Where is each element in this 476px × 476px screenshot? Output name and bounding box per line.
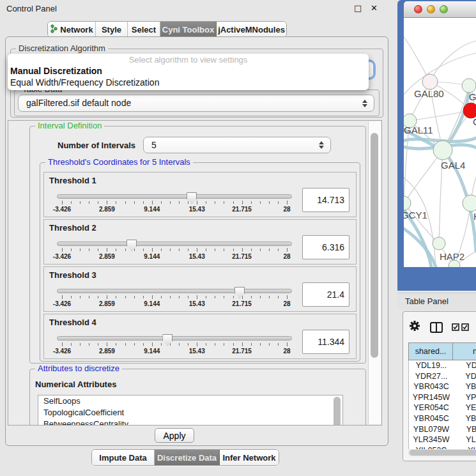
table-cell[interactable]: YDR27...	[409, 371, 454, 382]
threshold-value-field[interactable]: 6.316	[302, 235, 349, 259]
table-cell[interactable]: YER054C	[409, 403, 454, 413]
table-hscrollbar[interactable]	[408, 449, 476, 456]
threshold-slider[interactable]: -3.4262.8599.14415.4321.71528	[57, 190, 292, 216]
threshold-value-field[interactable]: 14.713	[302, 188, 349, 212]
settings-scrollbar[interactable]	[368, 121, 381, 424]
slider-tick	[179, 296, 180, 298]
table-cell[interactable]: YLR345W	[409, 434, 454, 445]
threshold-slider[interactable]: -3.4262.8599.14415.4321.71528	[57, 238, 292, 263]
table-row[interactable]: YLR345WYLR3	[409, 434, 476, 445]
slider-tick	[89, 296, 89, 298]
network-node-h[interactable]: H	[463, 195, 476, 222]
slider-handle[interactable]	[127, 240, 137, 251]
table-cell[interactable]: YDL1	[454, 360, 476, 371]
slider-tick	[260, 296, 261, 298]
threshold-slider[interactable]: -3.4262.8599.14415.4321.71528	[57, 285, 292, 311]
slider-tick	[71, 296, 72, 298]
tab-infer-network[interactable]: Infer Network	[220, 450, 279, 465]
slider-track[interactable]	[57, 289, 292, 293]
gear-icon[interactable]	[408, 319, 421, 335]
table-cell[interactable]: YDL19...	[409, 360, 454, 371]
table-row[interactable]: YBL079WYBL0	[409, 424, 476, 435]
slider-tick	[107, 248, 107, 252]
list-scrollbar[interactable]	[333, 397, 341, 426]
table-cell[interactable]: YDR2	[454, 371, 476, 382]
slider-tick	[116, 296, 116, 298]
table-cell[interactable]: YBL079W	[409, 424, 454, 435]
table-cell[interactable]: YPR1	[454, 392, 476, 403]
list-scrollbar-thumb[interactable]	[334, 397, 341, 426]
columns-icon[interactable]	[430, 322, 443, 333]
table-header-cell[interactable]: shared...	[408, 342, 453, 360]
slider-tick	[188, 343, 188, 346]
network-canvas[interactable]: GAL80GCGAL11GAL4GCY1HHAP2	[404, 18, 476, 267]
chevron-updown-icon[interactable]	[319, 140, 325, 150]
table-cell[interactable]: YER0	[454, 403, 476, 413]
table-cell[interactable]: YBR0	[454, 413, 476, 424]
algorithm-option-manual-discretization[interactable]: Manual Discretization	[10, 66, 102, 76]
settings-scrollbar-thumb[interactable]	[371, 133, 378, 358]
table-cell[interactable]: YBR0	[454, 381, 476, 392]
slider-handle[interactable]	[162, 334, 173, 346]
table-row[interactable]: YBR043CYBR0	[409, 381, 476, 392]
tab-network[interactable]: Network	[48, 22, 96, 37]
tab-impute-data[interactable]: Impute Data	[92, 450, 155, 465]
table-hscrollbar-thumb[interactable]	[410, 450, 476, 456]
apply-button[interactable]: Apply	[155, 428, 194, 443]
zoom-window-icon[interactable]	[440, 5, 448, 13]
table-row[interactable]: YDL19...YDL1	[409, 360, 476, 371]
slider-tick	[107, 295, 107, 299]
tab-discretize-data[interactable]: Discretize Data	[155, 450, 220, 465]
slider-track[interactable]	[57, 242, 292, 246]
slider-tick	[98, 343, 98, 346]
slider-tick	[188, 249, 188, 251]
chevron-updown-icon[interactable]	[362, 98, 368, 109]
attribute-item-topologicalcoefficient[interactable]: TopologicalCoefficient	[38, 407, 342, 418]
algorithm-option-equal-width-frequency-discretization[interactable]: Equal Width/Frequency Discretization	[10, 77, 159, 88]
table-cell[interactable]: YLR3	[454, 434, 476, 445]
checked-checkbox-icon[interactable]	[461, 323, 469, 331]
network-node-g[interactable]: G	[462, 79, 476, 102]
network-node-label: GAL80	[414, 88, 444, 99]
network-window-titlebar[interactable]	[404, 1, 476, 18]
slider-tick	[89, 201, 89, 204]
table-cell[interactable]: YBL0	[454, 424, 476, 435]
network-node-gal11[interactable]: GAL11	[404, 114, 433, 135]
close-window-icon[interactable]	[414, 5, 422, 13]
slider-handle[interactable]	[234, 287, 245, 298]
table-row[interactable]: YDR27...YDR2	[409, 371, 476, 382]
threshold-slider[interactable]: -3.4262.8599.14415.4321.71528	[57, 332, 292, 358]
table-data-combobox[interactable]: galFiltered.sif default node	[18, 95, 374, 112]
table-row[interactable]: YBR045CYBR0	[409, 413, 476, 424]
attribute-item-selfloops[interactable]: SelfLoops	[38, 395, 342, 407]
table-cell[interactable]: YBR043C	[409, 381, 454, 392]
numerical-attributes-list[interactable]: SelfLoopsTopologicalCoefficientBetweenne…	[38, 395, 343, 426]
slider-tick	[206, 343, 206, 346]
network-node-c[interactable]: C	[463, 103, 476, 127]
minimize-window-icon[interactable]	[427, 5, 435, 13]
threshold-value-field[interactable]: 11.344	[302, 330, 349, 354]
attributes-group-label: Attributes to discretize	[35, 364, 122, 373]
slider-tick	[152, 248, 153, 252]
threshold-value-field[interactable]: 21.4	[302, 282, 349, 307]
network-edge[interactable]	[430, 41, 476, 82]
tab-cyni-toolbox[interactable]: Cyni Toolbox	[160, 22, 217, 37]
tab-select[interactable]: Select	[128, 22, 160, 37]
table-row[interactable]: YER054CYER0	[409, 403, 476, 413]
table-cell[interactable]: YPR145W	[409, 392, 454, 403]
table-cell[interactable]: YBR045C	[409, 413, 454, 424]
slider-tick	[125, 343, 126, 346]
close-panel-icon[interactable]: ✕	[371, 3, 378, 13]
table-row[interactable]: YPR145WYPR1	[409, 392, 476, 403]
slider-track[interactable]	[57, 194, 292, 199]
tab-style[interactable]: Style	[96, 22, 128, 37]
checked-checkbox-icon[interactable]	[452, 323, 459, 331]
attribute-item-betweennesscentrality[interactable]: BetweennessCentrality	[38, 418, 342, 426]
slider-tick-label: 15.43	[189, 348, 205, 355]
network-node-gcy1[interactable]: GCY1	[404, 196, 427, 220]
number-of-intervals-combobox[interactable]: 5	[143, 137, 331, 153]
float-window-icon[interactable]: □	[354, 3, 362, 13]
table-header-cell[interactable]: n	[453, 342, 476, 360]
slider-track[interactable]	[57, 336, 292, 341]
tab-jactivemnodules[interactable]: jActiveMNodules	[217, 22, 286, 37]
